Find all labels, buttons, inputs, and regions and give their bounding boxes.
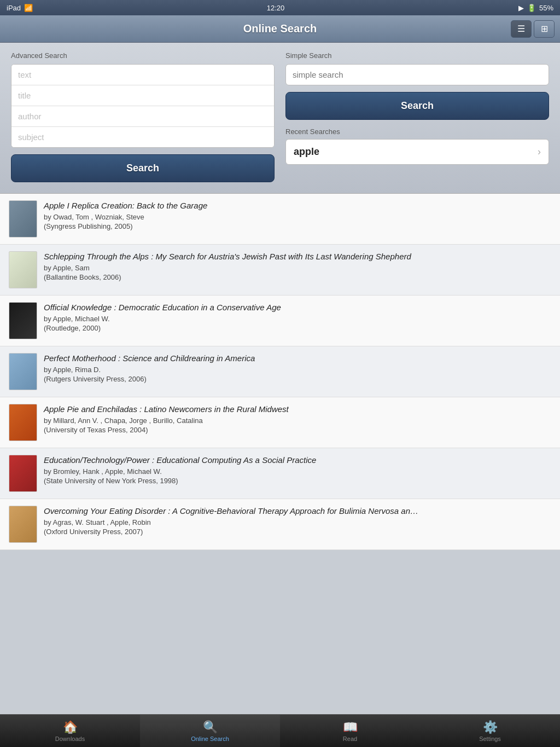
result-item-2[interactable]: Official Knowledge : Democratic Educatio… — [0, 296, 560, 346]
book-info-0: Apple I Replica Creation: Back to the Ga… — [44, 200, 551, 230]
nav-right-buttons: ☰ ⊞ — [511, 20, 555, 38]
tab-bar: 🏠 Downloads 🔍 Online Search 📖 Read ⚙️ Se… — [0, 714, 560, 747]
text-input[interactable] — [11, 65, 274, 85]
book-author-5: by Bromley, Hank , Apple, Michael W. — [44, 467, 551, 476]
read-icon: 📖 — [343, 720, 358, 734]
book-cover-1 — [9, 251, 37, 288]
grid-view-icon: ⊞ — [541, 24, 548, 34]
list-view-button[interactable]: ☰ — [511, 20, 532, 38]
battery-icon: 🔋 — [527, 4, 536, 12]
book-publisher-0: (Syngress Publishing, 2005) — [44, 222, 551, 230]
book-cover-0 — [9, 200, 37, 238]
book-publisher-2: (Routledge, 2000) — [44, 324, 551, 332]
advanced-search-button[interactable]: Search — [11, 154, 275, 182]
result-item-1[interactable]: Schlepping Through the Alps : My Search … — [0, 245, 560, 296]
advanced-fields — [11, 64, 275, 148]
book-info-4: Apple Pie and Enchiladas : Latino Newcom… — [44, 404, 551, 434]
book-author-3: by Apple, Rima D. — [44, 366, 551, 374]
book-title-3: Perfect Motherhood : Science and Childre… — [44, 353, 551, 364]
result-item-0[interactable]: Apple I Replica Creation: Back to the Ga… — [0, 194, 560, 245]
results-wrapper: Apple I Replica Creation: Back to the Ga… — [0, 193, 560, 550]
recent-item-text: apple — [294, 146, 319, 158]
simple-search-label: Simple Search — [285, 51, 549, 60]
result-item-4[interactable]: Apple Pie and Enchiladas : Latino Newcom… — [0, 397, 560, 448]
battery-level: 55% — [539, 4, 553, 12]
book-info-6: Overcoming Your Eating Disorder : A Cogn… — [44, 506, 551, 536]
settings-icon: ⚙️ — [483, 720, 498, 734]
tab-read-label: Read — [343, 736, 357, 742]
status-right: ▶ 🔋 55% — [518, 4, 553, 12]
status-left: iPad 📶 — [7, 4, 33, 12]
book-info-3: Perfect Motherhood : Science and Childre… — [44, 353, 551, 383]
title-input[interactable] — [11, 85, 274, 106]
book-title-5: Education/Technology/Power : Educational… — [44, 455, 551, 466]
advanced-search-label: Advanced Search — [11, 51, 275, 60]
result-item-5[interactable]: Education/Technology/Power : Educational… — [0, 448, 560, 499]
online-search-icon: 🔍 — [203, 720, 218, 734]
book-author-4: by Millard, Ann V. , Chapa, Jorge , Buri… — [44, 416, 551, 425]
book-info-2: Official Knowledge : Democratic Educatio… — [44, 302, 551, 332]
search-panel: Advanced Search Search Simple Search Sea… — [0, 43, 560, 193]
tab-downloads[interactable]: 🏠 Downloads — [0, 715, 140, 747]
device-label: iPad — [7, 4, 21, 12]
book-title-1: Schlepping Through the Alps : My Search … — [44, 251, 551, 262]
tab-downloads-label: Downloads — [55, 736, 85, 742]
wifi-icon: 📶 — [24, 4, 33, 12]
book-author-6: by Agras, W. Stuart , Apple, Robin — [44, 518, 551, 526]
chevron-right-icon: › — [538, 146, 541, 158]
book-publisher-3: (Rutgers University Press, 2006) — [44, 375, 551, 383]
nav-bar: Online Search ☰ ⊞ — [0, 15, 560, 43]
tab-settings[interactable]: ⚙️ Settings — [420, 715, 560, 747]
book-title-6: Overcoming Your Eating Disorder : A Cogn… — [44, 506, 551, 517]
book-publisher-5: (State University of New York Press, 199… — [44, 477, 551, 485]
simple-search-button[interactable]: Search — [285, 92, 549, 120]
simple-search-section: Simple Search Search Recent Searches app… — [285, 51, 549, 182]
book-title-2: Official Knowledge : Democratic Educatio… — [44, 302, 551, 313]
downloads-icon: 🏠 — [63, 720, 78, 734]
book-publisher-4: (University of Texas Press, 2004) — [44, 426, 551, 434]
result-item-3[interactable]: Perfect Motherhood : Science and Childre… — [0, 346, 560, 397]
book-publisher-1: (Ballantine Books, 2006) — [44, 273, 551, 281]
book-author-1: by Apple, Sam — [44, 264, 551, 272]
tab-read[interactable]: 📖 Read — [280, 715, 420, 747]
grid-view-button[interactable]: ⊞ — [534, 20, 555, 38]
subject-input[interactable] — [11, 127, 274, 147]
status-time: 12:20 — [267, 4, 285, 12]
status-bar: iPad 📶 12:20 ▶ 🔋 55% — [0, 0, 560, 15]
book-author-2: by Apple, Michael W. — [44, 315, 551, 323]
advanced-search-section: Advanced Search Search — [11, 51, 275, 182]
recent-search-item[interactable]: apple › — [285, 139, 549, 165]
book-title-4: Apple Pie and Enchiladas : Latino Newcom… — [44, 404, 551, 415]
author-input[interactable] — [11, 106, 274, 127]
simple-search-input[interactable] — [285, 64, 549, 85]
book-title-0: Apple I Replica Creation: Back to the Ga… — [44, 200, 551, 211]
book-cover-2 — [9, 302, 37, 339]
book-info-1: Schlepping Through the Alps : My Search … — [44, 251, 551, 281]
list-view-icon: ☰ — [517, 24, 525, 34]
book-cover-4 — [9, 404, 37, 441]
book-info-5: Education/Technology/Power : Educational… — [44, 455, 551, 485]
results-list: Apple I Replica Creation: Back to the Ga… — [0, 193, 560, 550]
book-cover-3 — [9, 353, 37, 390]
nav-title: Online Search — [243, 22, 317, 35]
book-publisher-6: (Oxford University Press, 2007) — [44, 528, 551, 536]
play-icon: ▶ — [518, 4, 524, 12]
tab-online-search-label: Online Search — [191, 736, 229, 742]
result-item-6[interactable]: Overcoming Your Eating Disorder : A Cogn… — [0, 499, 560, 550]
book-cover-6 — [9, 506, 37, 543]
book-author-0: by Owad, Tom , Wozniak, Steve — [44, 213, 551, 221]
tab-online-search[interactable]: 🔍 Online Search — [140, 715, 280, 747]
book-cover-5 — [9, 455, 37, 492]
recent-searches-label: Recent Searches — [285, 128, 549, 136]
tab-settings-label: Settings — [479, 736, 501, 742]
